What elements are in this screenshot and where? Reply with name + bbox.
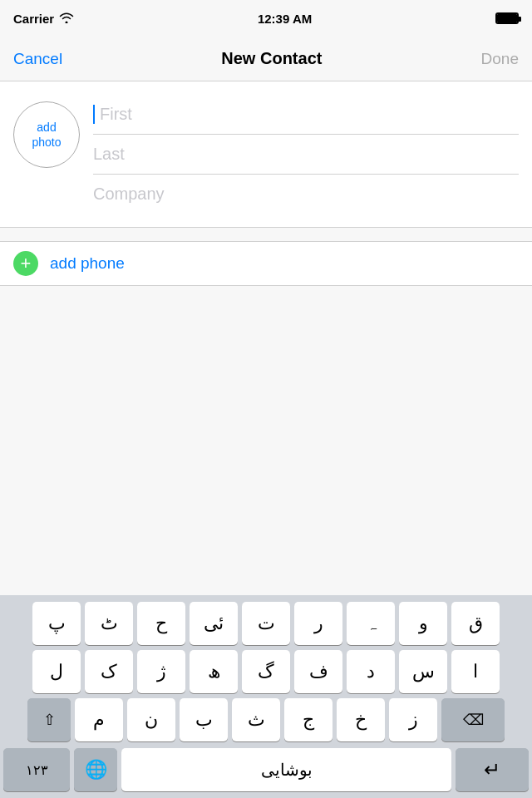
key-س[interactable]: س bbox=[399, 650, 447, 693]
key-ت[interactable]: ت bbox=[242, 602, 290, 645]
keyboard-bottom-row: ۱۲۳ 🌐 بوشایی ↵ bbox=[0, 745, 532, 798]
numeric-key[interactable]: ۱۲۳ bbox=[3, 748, 70, 791]
last-name-input[interactable] bbox=[93, 145, 519, 164]
key-ژ[interactable]: ژ bbox=[137, 650, 185, 693]
carrier-label: Carrier bbox=[13, 12, 54, 26]
status-bar: Carrier 12:39 AM bbox=[0, 0, 532, 37]
space-label: بوشایی bbox=[261, 760, 313, 780]
last-name-row bbox=[93, 135, 519, 175]
add-phone-button[interactable]: + bbox=[13, 251, 38, 276]
keyboard-row-2: ل ک ژ ھ گ ف د س ا bbox=[3, 650, 529, 693]
key-ٹ[interactable]: ٹ bbox=[85, 602, 133, 645]
nav-bar: Cancel New Contact Done bbox=[0, 37, 532, 81]
key-ر[interactable]: ر bbox=[294, 602, 342, 645]
add-photo-button[interactable]: addphoto bbox=[13, 101, 80, 168]
battery-area bbox=[495, 12, 519, 24]
key-ل[interactable]: ل bbox=[32, 650, 81, 693]
cancel-button[interactable]: Cancel bbox=[13, 50, 62, 68]
wifi-icon bbox=[59, 12, 74, 26]
key-ف[interactable]: ف bbox=[294, 650, 342, 693]
shift-key[interactable]: ⇧ bbox=[27, 698, 71, 741]
key-ن[interactable]: ن bbox=[127, 698, 175, 741]
key-ھ[interactable]: ھ bbox=[190, 650, 238, 693]
page-title: New Contact bbox=[221, 49, 322, 68]
battery-icon bbox=[495, 12, 519, 24]
first-name-input[interactable] bbox=[93, 105, 519, 124]
key-ب[interactable]: ب bbox=[180, 698, 228, 741]
globe-key[interactable]: 🌐 bbox=[74, 748, 117, 791]
key-گ[interactable]: گ bbox=[242, 650, 290, 693]
key-ث[interactable]: ث bbox=[232, 698, 280, 741]
carrier-wifi: Carrier bbox=[13, 12, 74, 26]
add-photo-label: addphoto bbox=[32, 120, 61, 150]
key-ق[interactable]: ق bbox=[451, 602, 500, 645]
key-پ[interactable]: پ bbox=[32, 602, 81, 645]
key-ح[interactable]: ح bbox=[137, 602, 185, 645]
key-ج[interactable]: ج bbox=[284, 698, 332, 741]
key-ک[interactable]: ک bbox=[85, 650, 133, 693]
keyboard-row-3: ⇧ م ن ب ث ج خ ز ⌫ bbox=[3, 698, 529, 741]
keyboard: پ ٹ ح ئی ت ر ہ و ق ل ک ژ ھ گ ف د س ا ⇧ م… bbox=[0, 595, 532, 798]
company-input[interactable] bbox=[93, 185, 519, 204]
form-inner: addphoto bbox=[0, 95, 532, 214]
status-time: 12:39 AM bbox=[258, 12, 312, 26]
first-name-row bbox=[93, 95, 519, 135]
key-خ[interactable]: خ bbox=[337, 698, 385, 741]
name-fields bbox=[93, 95, 519, 214]
return-key[interactable]: ↵ bbox=[456, 748, 529, 791]
return-icon: ↵ bbox=[484, 758, 500, 781]
key-ز[interactable]: ز bbox=[389, 698, 437, 741]
keyboard-row-1: پ ٹ ح ئی ت ر ہ و ق bbox=[3, 602, 529, 645]
key-د[interactable]: د bbox=[347, 650, 395, 693]
backspace-key[interactable]: ⌫ bbox=[441, 698, 505, 741]
key-و[interactable]: و bbox=[399, 602, 447, 645]
contact-form: addphoto bbox=[0, 81, 532, 228]
key-ہ[interactable]: ہ bbox=[347, 602, 395, 645]
battery-fill bbox=[497, 14, 517, 22]
key-ا[interactable]: ا bbox=[451, 650, 500, 693]
company-row bbox=[93, 175, 519, 214]
add-phone-section: + add phone bbox=[0, 241, 532, 286]
add-phone-label: add phone bbox=[50, 254, 125, 273]
keyboard-rows: پ ٹ ح ئی ت ر ہ و ق ل ک ژ ھ گ ف د س ا ⇧ م… bbox=[0, 595, 532, 745]
space-key[interactable]: بوشایی bbox=[121, 748, 451, 791]
numeric-label: ۱۲۳ bbox=[26, 762, 48, 778]
plus-icon: + bbox=[21, 253, 32, 274]
globe-icon: 🌐 bbox=[85, 759, 107, 781]
key-م[interactable]: م bbox=[75, 698, 123, 741]
key-ئی[interactable]: ئی bbox=[190, 602, 238, 645]
done-button[interactable]: Done bbox=[481, 50, 519, 68]
